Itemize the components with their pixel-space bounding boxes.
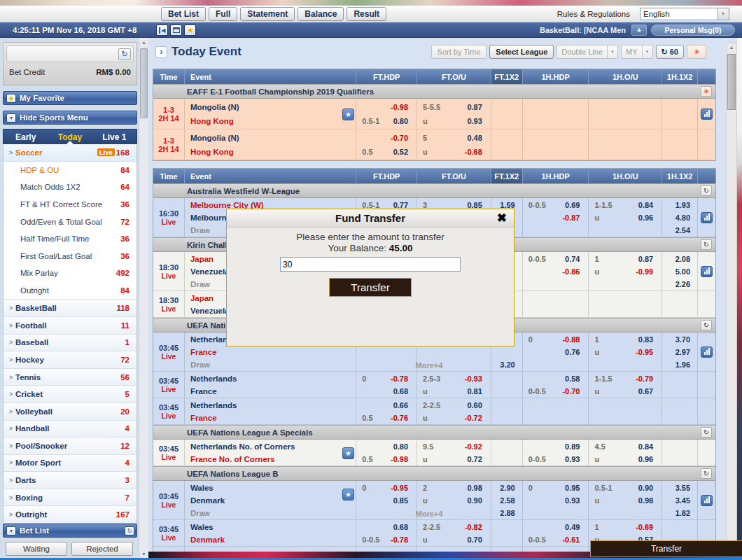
sidebar-item-match-odds-1x2[interactable]: Match Odds 1X264 xyxy=(4,178,136,196)
odds-value[interactable]: 0.98 xyxy=(638,496,662,505)
collapse-sidebar-icon[interactable]: ◀ xyxy=(156,24,168,36)
odds-value[interactable]: 0.87 xyxy=(467,103,490,111)
odds-value[interactable]: 0.74 xyxy=(565,255,588,263)
sidebar-item-first-goal-last-goal[interactable]: First Goal/Last Goal36 xyxy=(4,248,136,265)
stats-chart-icon[interactable] xyxy=(701,212,713,223)
odds-value[interactable]: 0.84 xyxy=(638,201,662,209)
add-ticker-button[interactable]: + xyxy=(631,24,647,36)
refresh-interval-button[interactable]: ↻ 60 xyxy=(656,45,684,59)
chevron-down-icon[interactable]: ▾ xyxy=(607,46,617,58)
window-icon[interactable] xyxy=(170,24,182,36)
odds-value[interactable]: -0.98 xyxy=(391,103,416,111)
league-refresh-icon[interactable]: ↻ xyxy=(701,320,712,330)
more-bets-link[interactable]: More+4 xyxy=(400,510,458,518)
sidebar-item-handball[interactable]: >Handball4 xyxy=(4,420,136,438)
main-scrollbar[interactable]: ▲ xyxy=(726,42,737,560)
refresh-credit-icon[interactable]: ↻ xyxy=(118,48,131,60)
hide-sports-menu-header[interactable]: ▾ Hide Sports Menu xyxy=(3,111,137,125)
odds-value[interactable]: -0.93 xyxy=(465,374,491,383)
odds-value[interactable]: 0.69 xyxy=(565,201,588,209)
odds-value[interactable]: -0.95 xyxy=(636,348,662,356)
league-refresh-icon[interactable]: ↻ xyxy=(701,427,712,438)
odds-value[interactable]: -0.78 xyxy=(391,374,416,383)
bet-waiting-button[interactable]: Waiting xyxy=(6,542,67,556)
odds-value[interactable]: 0.72 xyxy=(467,455,490,463)
odds-value[interactable]: 2.88 xyxy=(500,509,522,517)
odds-value[interactable]: 0.96 xyxy=(638,214,662,222)
odds-value[interactable]: 1.96 xyxy=(676,360,697,369)
odds-value[interactable]: 0.90 xyxy=(638,484,662,492)
odds-value[interactable]: 0.49 xyxy=(565,523,588,531)
sidebar-item-mix-parlay[interactable]: Mix Parlay492 xyxy=(4,265,136,282)
transfer-submit-button[interactable]: Transfer xyxy=(329,278,412,297)
scroll-up-icon[interactable]: ▲ xyxy=(139,38,148,47)
sidebar-item-basketball[interactable]: >BasketBall118 xyxy=(4,299,136,316)
odds-value[interactable]: 0.98 xyxy=(467,484,490,492)
rules-link[interactable]: Rules & Regulations xyxy=(557,10,630,18)
bet-rejected-button[interactable]: Rejected xyxy=(71,542,133,556)
league-refresh-icon[interactable]: ↻ xyxy=(701,468,712,479)
toolbar-button-balance[interactable]: Balance xyxy=(298,7,344,21)
odds-value[interactable]: 2.54 xyxy=(676,226,697,234)
odds-value[interactable]: 4.80 xyxy=(676,214,697,222)
odds-value[interactable]: 3.45 xyxy=(676,496,697,505)
select-league-button[interactable]: Select League xyxy=(489,45,554,59)
odds-value[interactable]: 0.93 xyxy=(565,455,588,463)
odds-value[interactable]: 0.85 xyxy=(467,201,490,209)
sidebar-item-football[interactable]: >Football11 xyxy=(4,316,136,334)
odds-value[interactable]: 0.84 xyxy=(638,442,662,451)
language-select[interactable]: English ▾ xyxy=(640,8,729,20)
odds-value[interactable]: -0.78 xyxy=(391,536,416,544)
odds-value[interactable]: -0.88 xyxy=(562,335,588,344)
odds-value[interactable]: -0.79 xyxy=(636,374,662,383)
odds-value[interactable]: -0.99 xyxy=(636,267,662,276)
toolbar-button-bet-list[interactable]: Bet List xyxy=(161,7,206,21)
sidebar-item-baseball[interactable]: >Baseball1 xyxy=(4,334,136,351)
my-favorite-header[interactable]: ★ My Favorite xyxy=(3,91,137,105)
odds-value[interactable]: 0.96 xyxy=(638,455,662,463)
auto-refresh-spinner-icon[interactable]: ✳ xyxy=(687,45,706,59)
league-refresh-icon[interactable]: ↻ xyxy=(701,239,712,250)
odds-value[interactable]: 2.26 xyxy=(676,280,697,288)
odds-value[interactable]: 3.55 xyxy=(676,484,697,492)
sidebar-item-half-time-full-time[interactable]: Half Time/Full Time36 xyxy=(4,230,136,248)
personal-msg-button[interactable]: Personal Msg(0) xyxy=(651,24,735,36)
odds-value[interactable]: -0.68 xyxy=(465,148,491,156)
odds-value[interactable]: 0.89 xyxy=(565,442,588,451)
sidebar-item-outright[interactable]: Outright84 xyxy=(4,282,136,300)
sidebar-item-darts[interactable]: >Darts3 xyxy=(4,471,136,489)
expand-icon[interactable]: › xyxy=(155,46,167,58)
sidebar-item-boxing[interactable]: >Boxing7 xyxy=(4,489,136,506)
sidebar-item-outright[interactable]: >Outright167 xyxy=(4,505,136,523)
tab-early[interactable]: Early xyxy=(4,130,48,144)
transfer-amount-input[interactable] xyxy=(280,257,461,272)
odds-value[interactable]: 5.00 xyxy=(676,267,697,276)
odds-value[interactable]: 3.70 xyxy=(676,335,697,344)
toolbar-button-statement[interactable]: Statement xyxy=(240,7,295,21)
sidebar-item-hockey[interactable]: >Hockey72 xyxy=(4,351,136,368)
odds-value[interactable]: 0.48 xyxy=(467,134,490,142)
odds-value[interactable]: -0.86 xyxy=(562,267,588,276)
stats-chart-icon[interactable] xyxy=(701,495,713,506)
odds-value[interactable]: 0.87 xyxy=(638,255,662,263)
scroll-up-icon[interactable]: ▲ xyxy=(727,43,736,52)
toolbar-button-result[interactable]: Result xyxy=(346,7,386,21)
toolbar-button-full[interactable]: Full xyxy=(209,7,237,21)
odds-value[interactable]: 1.59 xyxy=(500,201,522,209)
league-refresh-icon[interactable]: ↻ xyxy=(701,186,712,196)
odds-value[interactable]: -0.61 xyxy=(562,536,588,544)
sidebar-item-ft-ht-correct-score[interactable]: FT & HT Correct Score36 xyxy=(4,196,136,214)
odds-value[interactable]: 0.80 xyxy=(393,117,416,125)
odds-value[interactable]: 0.81 xyxy=(467,387,490,396)
favorite-star-icon[interactable]: ★ xyxy=(184,24,196,36)
tab-today[interactable]: Today xyxy=(48,130,92,144)
odds-value[interactable]: 0.90 xyxy=(467,496,490,505)
sidebar-item-volleyball[interactable]: >Volleyball20 xyxy=(4,402,136,420)
odds-value[interactable]: 0.68 xyxy=(393,523,416,531)
odds-value[interactable]: 0.77 xyxy=(393,201,416,209)
odds-value[interactable]: 0.67 xyxy=(638,387,662,396)
more-bets-link[interactable]: More+4 xyxy=(400,361,458,370)
odds-value[interactable]: -0.70 xyxy=(562,387,588,396)
add-favorite-star-icon[interactable]: ★ xyxy=(342,108,354,120)
odds-value[interactable]: 0.83 xyxy=(638,335,662,344)
